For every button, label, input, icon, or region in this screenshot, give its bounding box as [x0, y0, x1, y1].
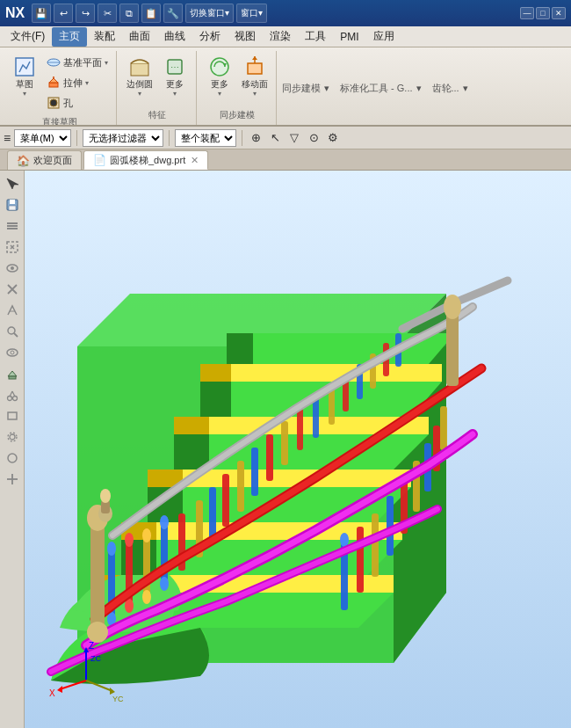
sidebar-save-btn[interactable]: [3, 195, 22, 215]
svg-marker-61: [200, 382, 442, 417]
sidebar-cut-btn[interactable]: [3, 385, 22, 404]
redo-btn[interactable]: ↪: [76, 4, 95, 23]
menu-curve[interactable]: 曲线: [157, 27, 192, 47]
svg-rect-96: [440, 406, 447, 450]
svg-marker-66: [227, 333, 253, 364]
sketch-label: 草图: [16, 79, 33, 90]
scene-svg: Z ZC X YC: [25, 171, 571, 728]
sidebar-search-btn[interactable]: [3, 322, 22, 341]
sidebar-layer-btn[interactable]: [3, 216, 22, 236]
menu-app[interactable]: 应用: [366, 27, 401, 47]
extrude-btn[interactable]: 拉伸 ▾: [44, 73, 111, 92]
svg-point-74: [142, 528, 151, 542]
sidebar-box-btn[interactable]: [3, 364, 22, 383]
snap-icon[interactable]: ⊕: [248, 130, 264, 146]
window-controls: — □ ✕: [520, 7, 566, 19]
sketch-group-label: 直接草图: [9, 114, 111, 127]
sidebar-selection-btn[interactable]: [3, 237, 22, 257]
cut-btn[interactable]: ✂: [98, 4, 117, 23]
sidebar-draw-btn[interactable]: [3, 301, 22, 320]
select-icon[interactable]: ↖: [267, 130, 283, 146]
title-bar: NX 💾 ↩ ↪ ✂ ⧉ 📋 🔧 切换窗口▾ 窗口▾ — □ ✕: [0, 0, 571, 26]
filter-select[interactable]: 无选择过滤器: [83, 129, 163, 147]
menu-analysis[interactable]: 分析: [192, 27, 228, 47]
svg-text:ZC: ZC: [90, 654, 101, 663]
menu-view[interactable]: 视图: [228, 27, 263, 47]
svg-point-107: [87, 622, 108, 643]
cmd-sep1: [76, 130, 77, 146]
nx-logo: NX: [5, 5, 25, 21]
magnet-icon[interactable]: ⊙: [306, 130, 322, 146]
svg-rect-82: [222, 474, 229, 527]
sidebar-rect-btn[interactable]: [3, 406, 22, 426]
datum-plane-btn[interactable]: 基准平面 ▾: [44, 53, 111, 72]
svg-rect-8: [131, 63, 148, 76]
menu-tools[interactable]: 工具: [298, 27, 333, 47]
svg-point-68: [107, 542, 116, 556]
save-title-btn[interactable]: 💾: [32, 4, 51, 23]
minimize-btn[interactable]: —: [520, 7, 534, 19]
svg-rect-97: [297, 408, 303, 450]
menu-file[interactable]: 文件(F): [4, 27, 52, 47]
menu-home[interactable]: 主页: [52, 27, 87, 47]
gear-dropdown-arrow[interactable]: ▾: [463, 83, 468, 94]
switchwin-btn[interactable]: 切换窗口▾: [185, 4, 234, 23]
tab-welcome-icon: 🏠: [17, 155, 30, 167]
viewport[interactable]: Z ZC X YC: [25, 171, 571, 728]
datum-plane-label: 基准平面: [63, 56, 102, 69]
sync-dropdown-arrow[interactable]: ▾: [324, 83, 329, 94]
svg-marker-62: [200, 382, 231, 417]
paste-btn[interactable]: 📋: [141, 4, 161, 23]
extrude-icon: [47, 76, 61, 90]
sidebar-select-btn[interactable]: [3, 174, 22, 193]
menu-render[interactable]: 渲染: [263, 27, 298, 47]
edge-blend-btn[interactable]: 边倒圆 ▾: [124, 53, 155, 99]
close-btn[interactable]: ✕: [552, 7, 566, 19]
sidebar-x-btn[interactable]: [3, 280, 22, 299]
tab-model-icon: 📄: [93, 154, 106, 166]
ribbon-group-sketch: 草图 ▾ 基准平面 ▾: [4, 51, 117, 125]
sidebar-vis-btn[interactable]: [3, 258, 22, 278]
svg-rect-98: [313, 397, 319, 438]
svg-point-71: [125, 533, 134, 547]
sidebar-view2-btn[interactable]: [3, 343, 22, 362]
sketch-btn[interactable]: 草图 ▾: [9, 53, 40, 99]
datum-plane-icon: [47, 55, 61, 69]
filter-icon[interactable]: ▽: [286, 130, 302, 146]
svg-rect-89: [357, 527, 364, 593]
svg-rect-20: [7, 225, 18, 227]
sync-more-btn[interactable]: 更多 ▾: [204, 53, 235, 99]
window-btn[interactable]: 窗口▾: [236, 4, 267, 23]
menu-pmi[interactable]: PMI: [333, 27, 365, 47]
tab-model-label: 圆弧楼梯_dwg.prt: [110, 154, 185, 167]
move-face-btn[interactable]: 移动面 ▾: [239, 53, 271, 99]
tool1-btn[interactable]: 🔧: [163, 4, 183, 23]
copy-btn[interactable]: ⧉: [119, 4, 139, 23]
svg-point-77: [160, 515, 169, 529]
svg-rect-19: [7, 222, 18, 224]
svg-point-75: [142, 590, 151, 604]
sidebar-gear-btn[interactable]: [3, 427, 22, 447]
feature-more-icon: ⋯: [163, 55, 187, 79]
svg-text:Z: Z: [89, 641, 94, 651]
menu-assembly[interactable]: 装配: [87, 27, 122, 47]
svg-point-32: [12, 397, 17, 401]
norm-dropdown-arrow[interactable]: ▾: [416, 83, 422, 94]
menu-surface[interactable]: 曲面: [122, 27, 157, 47]
maximize-btn[interactable]: □: [536, 7, 550, 19]
sidebar-plus-btn[interactable]: [3, 470, 22, 489]
hole-btn[interactable]: 孔: [44, 93, 111, 113]
sync-label: 同步建模: [282, 82, 321, 95]
tab-welcome[interactable]: 🏠 欢迎页面: [7, 150, 82, 170]
scope-select[interactable]: 整个装配: [175, 129, 236, 147]
sidebar-circle-btn[interactable]: [3, 448, 22, 468]
sync-group-label: 同步建模: [204, 107, 271, 121]
svg-marker-15: [252, 56, 257, 60]
feature-more-btn[interactable]: ⋯ 更多 ▾: [159, 53, 191, 99]
tab-model[interactable]: 📄 圆弧楼梯_dwg.prt ✕: [83, 150, 208, 170]
settings-icon[interactable]: ⚙: [325, 130, 341, 146]
undo-btn[interactable]: ↩: [54, 4, 73, 23]
svg-rect-85: [266, 434, 273, 481]
menu-select[interactable]: 菜单(M): [14, 129, 71, 147]
tab-close-btn[interactable]: ✕: [191, 155, 199, 166]
